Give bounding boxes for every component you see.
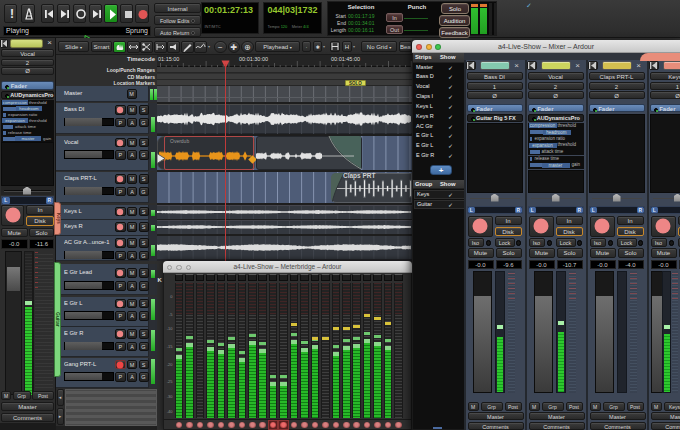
svg-text:!: ! bbox=[10, 7, 14, 21]
